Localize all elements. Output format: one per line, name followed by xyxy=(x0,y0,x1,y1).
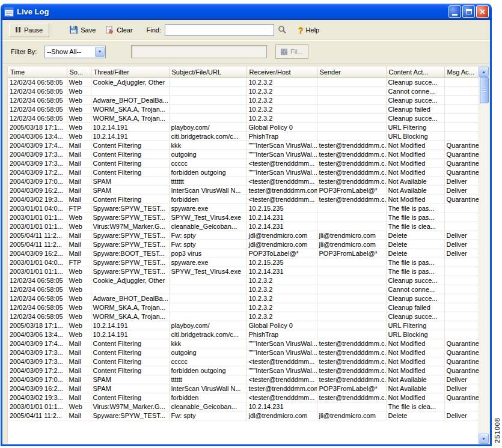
log-row[interactable]: 2003/01/01 04:0...FTPSpyware:SPYW_TEST..… xyxy=(8,258,479,267)
close-button[interactable]: ✕ xyxy=(476,5,489,18)
filter-icon xyxy=(281,49,287,55)
log-row[interactable]: 2004/03/09 16:2...MailSPAMInterScan Viru… xyxy=(8,186,479,195)
maximize-button[interactable] xyxy=(462,5,475,18)
log-row[interactable]: 2005/04/11 11:2...MailSpyware:SPYW_TEST.… xyxy=(8,411,479,420)
log-row[interactable]: 2004/03/09 16:2...MailSPAMInterScan Viru… xyxy=(8,384,479,393)
log-table-wrap: TimeSo...Threat/FilterSubject/File/URLRe… xyxy=(7,67,479,444)
log-cell: Mail xyxy=(67,150,91,159)
log-cell: Global Policy 0 xyxy=(246,123,317,132)
column-header[interactable]: So... xyxy=(67,67,91,77)
log-row[interactable]: 12/02/34 06:58:05WebWORM_SKA.A, Trojan..… xyxy=(8,303,479,312)
log-cell: 2004/03/09 16:2... xyxy=(8,384,67,393)
filter-dropdown[interactable]: --Show All-- ▼ xyxy=(44,46,106,58)
log-row[interactable]: 2005/03/18 17:1...Web10.2.14.191playboy.… xyxy=(8,123,479,132)
filter-dropdown-value: --Show All-- xyxy=(45,48,94,55)
log-cell: tester@trenddddmm.c... xyxy=(317,177,386,186)
log-row[interactable]: 12/02/34 06:58:05Web10.2.3.2Cannot conne… xyxy=(8,285,479,294)
log-row[interactable]: 2004/03/09 17:0...MailSPAMtttttt<tester@… xyxy=(8,375,479,384)
log-row[interactable]: 2004/03/09 17:2...MailContent Filteringf… xyxy=(8,366,479,375)
log-cell: Web xyxy=(67,114,91,123)
log-row[interactable]: 2004/03/02 19:3...MailContent Filteringf… xyxy=(8,195,479,204)
log-cell: Spyware:SPYW_TEST... xyxy=(91,411,169,420)
column-header[interactable]: Time xyxy=(8,67,67,77)
log-cell: Content Filtering xyxy=(91,348,169,357)
clear-button[interactable]: Clear xyxy=(102,23,135,37)
log-row[interactable]: 2004/03/09 17:4...MailContent Filteringk… xyxy=(8,339,479,348)
log-row[interactable]: 2004/03/09 17:2...MailContent Filteringf… xyxy=(8,168,479,177)
log-cell: Mail xyxy=(67,357,91,366)
log-cell: Virus:W97M_Marker.G... xyxy=(91,402,169,411)
log-row[interactable]: 2004/03/09 17:3...MailContent Filteringc… xyxy=(8,357,479,366)
log-row[interactable]: 2005/03/18 17:1...Web10.2.14.191playboy.… xyxy=(8,321,479,330)
log-row[interactable]: 2004/03/02 19:3...MailContent Filteringf… xyxy=(8,393,479,402)
titlebar[interactable]: Live Log ✕ xyxy=(1,4,492,20)
log-cell xyxy=(444,276,479,285)
search-icon[interactable] xyxy=(278,25,287,34)
log-cell: Mail xyxy=(67,348,91,357)
log-row[interactable]: 2004/03/09 17:0...MailSPAMttttttt<tester… xyxy=(8,177,479,186)
log-row[interactable]: 12/02/34 06:58:05WebAdware_BHOT_DealBa..… xyxy=(8,294,479,303)
log-row[interactable]: 2005/04/11 11:2...MailSpyware:SPYW_TEST.… xyxy=(8,231,479,240)
column-header[interactable]: Threat/Filter xyxy=(91,67,169,77)
log-row[interactable]: 12/02/34 06:58:05WebAdware_BHOT_DealBa..… xyxy=(8,95,479,104)
chevron-down-icon[interactable]: ▼ xyxy=(95,47,105,57)
log-row[interactable]: 2003/01/01 01:1...WebVirus:W97M_Marker.G… xyxy=(8,222,479,231)
log-cell: citi.bridgetrack.com/c... xyxy=(169,330,246,339)
log-row[interactable]: 2004/03/09 17:3...MailContent Filteringc… xyxy=(8,159,479,168)
figure-number: 251008 xyxy=(494,417,501,443)
log-cell: Mail xyxy=(67,339,91,348)
log-row[interactable]: 2003/01/01 01:1...WebSpyware:SPYW_TEST..… xyxy=(8,213,479,222)
log-cell: tester@trenddddmm.c... xyxy=(317,141,386,150)
log-row[interactable]: 12/02/34 06:58:05WebWORM_SKA.A, Trojan..… xyxy=(8,312,479,321)
log-row[interactable]: 2004/03/06 13:4...Web10.2.14.191citi.bri… xyxy=(8,330,479,339)
scroll-up-button[interactable]: ▲ xyxy=(479,67,489,77)
vertical-scrollbar[interactable]: ▲ ▼ xyxy=(479,67,489,444)
log-row[interactable]: 2004/03/09 17:3...MailContent Filteringo… xyxy=(8,150,479,159)
log-row[interactable]: 2003/01/01 04:0...FTPSpyware:SPYW_TEST..… xyxy=(8,204,479,213)
log-cell: WORM_SKA.A, Trojan... xyxy=(91,104,169,114)
log-row[interactable]: 2003/01/01 01:1...WebVirus:W97M_Marker.G… xyxy=(8,402,479,411)
scrollbar-track[interactable] xyxy=(479,77,489,434)
column-header[interactable]: Msg Ac... xyxy=(444,67,479,77)
column-header[interactable]: Receiver/Host xyxy=(246,67,317,77)
log-row[interactable]: 2004/03/09 16:2...MailSpyware:BOOT_TEST.… xyxy=(8,249,479,258)
find-input[interactable] xyxy=(165,24,274,36)
column-header[interactable]: Content Act... xyxy=(386,67,444,77)
log-cell: Adware_BHOT_DealBa... xyxy=(91,95,169,104)
log-cell xyxy=(317,123,386,132)
log-cell: 2005/03/18 17:1... xyxy=(8,123,67,132)
log-row[interactable]: 2004/03/09 17:4...MailContent Filteringk… xyxy=(8,141,479,150)
log-row[interactable]: 12/02/34 06:58:05Web10.2.3.2Cannot conne… xyxy=(8,86,479,95)
filter-value-input[interactable] xyxy=(131,45,267,58)
log-row[interactable]: 2005/04/11 11:2...MailSpyware:SPYW_TEST.… xyxy=(8,240,479,249)
column-header[interactable]: Sender xyxy=(317,67,386,77)
log-row[interactable]: 2004/03/06 13:4...Web10.2.14.191citi.bri… xyxy=(8,132,479,141)
log-row[interactable]: 12/02/34 06:58:05WebCookie_Adjuggler, Ot… xyxy=(8,77,479,86)
log-cell xyxy=(444,321,479,330)
log-cell: 10.2.3.2 xyxy=(246,104,317,114)
minimize-button[interactable] xyxy=(448,5,461,18)
filter-button[interactable]: Fil... xyxy=(275,44,308,59)
save-button[interactable]: Save xyxy=(66,23,99,37)
log-cell: 2003/01/01 01:1... xyxy=(8,213,67,222)
log-row[interactable]: 12/02/34 06:58:05WebWORM_SKA.A, Trojan..… xyxy=(8,114,479,123)
help-button[interactable]: ? Help xyxy=(295,23,322,37)
log-cell: Not Modified xyxy=(386,195,444,204)
log-row[interactable]: 12/02/34 06:58:05WebCookie_Adjuggler, Ot… xyxy=(8,276,479,285)
scrollbar-thumb[interactable] xyxy=(480,77,489,103)
log-cell: Mail xyxy=(67,168,91,177)
log-cell: 12/02/34 06:58:05 xyxy=(8,104,67,114)
log-cell xyxy=(169,104,246,114)
scroll-down-button[interactable]: ▼ xyxy=(479,434,489,444)
pause-button[interactable]: Pause xyxy=(9,23,49,37)
log-row[interactable]: 2004/03/09 17:3...MailContent Filteringo… xyxy=(8,348,479,357)
log-cell: SPAM xyxy=(91,186,169,195)
log-cell: 2005/04/11 11:2... xyxy=(8,231,67,240)
save-label: Save xyxy=(81,26,96,34)
column-header[interactable]: Subject/File/URL xyxy=(169,67,246,77)
log-row[interactable]: 12/02/34 06:58:05WebWORM_SKA.A, Trojan..… xyxy=(8,104,479,114)
log-cell: The file is pas... xyxy=(386,213,444,222)
log-cell xyxy=(317,321,386,330)
log-row[interactable]: 2003/01/01 01:1...WebSpyware:SPYW_TEST..… xyxy=(8,267,479,276)
log-cell: 10.2.3.2 xyxy=(246,303,317,312)
